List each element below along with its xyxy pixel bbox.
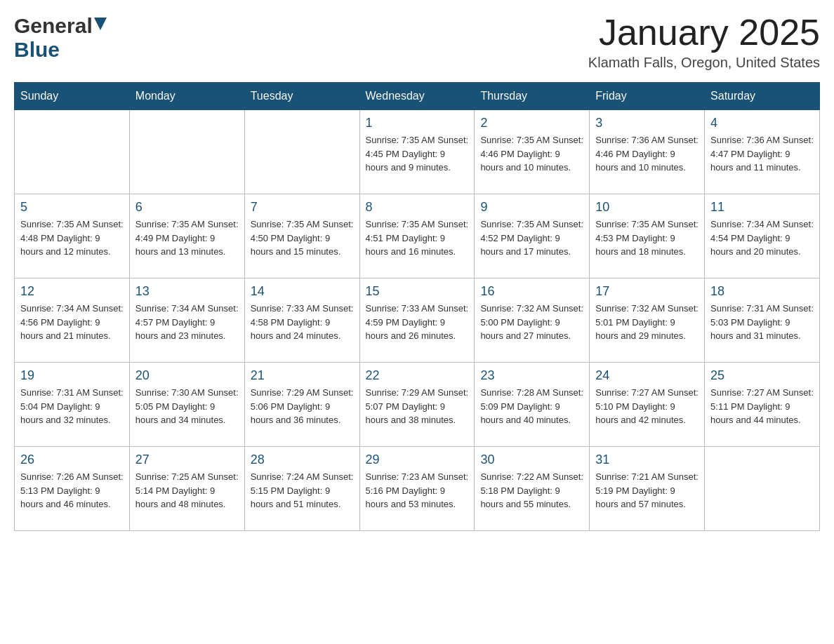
day-number: 28 — [251, 452, 354, 467]
day-info: Sunrise: 7:28 AM Sunset: 5:09 PM Dayligh… — [480, 386, 583, 427]
logo: General Blue — [14, 14, 107, 62]
day-info: Sunrise: 7:27 AM Sunset: 5:10 PM Dayligh… — [595, 386, 699, 427]
weekday-header-saturday: Saturday — [705, 83, 820, 110]
day-info: Sunrise: 7:27 AM Sunset: 5:11 PM Dayligh… — [710, 386, 814, 427]
location-subtitle: Klamath Falls, Oregon, United States — [588, 55, 820, 71]
calendar-cell: 7Sunrise: 7:35 AM Sunset: 4:50 PM Daylig… — [244, 194, 359, 279]
calendar-cell: 21Sunrise: 7:29 AM Sunset: 5:06 PM Dayli… — [244, 363, 359, 447]
calendar-cell: 13Sunrise: 7:34 AM Sunset: 4:57 PM Dayli… — [129, 279, 244, 363]
svg-marker-0 — [94, 18, 107, 30]
day-number: 26 — [20, 452, 124, 467]
day-number: 8 — [366, 200, 469, 215]
day-number: 17 — [595, 284, 699, 299]
day-number: 31 — [595, 452, 699, 467]
day-number: 29 — [366, 452, 469, 467]
calendar-cell: 28Sunrise: 7:24 AM Sunset: 5:15 PM Dayli… — [244, 447, 359, 531]
calendar-cell: 4Sunrise: 7:36 AM Sunset: 4:47 PM Daylig… — [705, 110, 820, 194]
calendar-cell: 2Sunrise: 7:35 AM Sunset: 4:46 PM Daylig… — [475, 110, 590, 194]
day-info: Sunrise: 7:24 AM Sunset: 5:15 PM Dayligh… — [251, 470, 354, 511]
day-number: 4 — [710, 116, 814, 130]
week-row-1: 5Sunrise: 7:35 AM Sunset: 4:48 PM Daylig… — [15, 194, 820, 279]
logo-general-text: General — [14, 14, 93, 38]
week-row-0: 1Sunrise: 7:35 AM Sunset: 4:45 PM Daylig… — [15, 110, 820, 194]
weekday-header-wednesday: Wednesday — [359, 83, 475, 110]
calendar-cell: 20Sunrise: 7:30 AM Sunset: 5:05 PM Dayli… — [129, 363, 244, 447]
week-row-4: 26Sunrise: 7:26 AM Sunset: 5:13 PM Dayli… — [15, 447, 820, 531]
day-info: Sunrise: 7:31 AM Sunset: 5:04 PM Dayligh… — [20, 386, 124, 427]
day-number: 14 — [251, 284, 354, 299]
day-number: 24 — [595, 368, 699, 383]
weekday-header-tuesday: Tuesday — [244, 83, 359, 110]
day-info: Sunrise: 7:35 AM Sunset: 4:50 PM Dayligh… — [251, 217, 354, 259]
calendar-cell: 24Sunrise: 7:27 AM Sunset: 5:10 PM Dayli… — [590, 363, 705, 447]
day-info: Sunrise: 7:35 AM Sunset: 4:53 PM Dayligh… — [595, 217, 699, 259]
calendar-header: SundayMondayTuesdayWednesdayThursdayFrid… — [15, 83, 820, 110]
calendar-cell: 22Sunrise: 7:29 AM Sunset: 5:07 PM Dayli… — [359, 363, 475, 447]
weekday-header-monday: Monday — [129, 83, 244, 110]
calendar-cell — [129, 110, 244, 194]
day-number: 30 — [480, 452, 583, 467]
day-number: 11 — [710, 200, 814, 215]
day-number: 22 — [366, 368, 469, 383]
calendar-cell: 18Sunrise: 7:31 AM Sunset: 5:03 PM Dayli… — [705, 279, 820, 363]
weekday-header-thursday: Thursday — [475, 83, 590, 110]
calendar-cell: 27Sunrise: 7:25 AM Sunset: 5:14 PM Dayli… — [129, 447, 244, 531]
day-info: Sunrise: 7:33 AM Sunset: 4:59 PM Dayligh… — [366, 302, 469, 343]
day-number: 1 — [366, 116, 469, 130]
calendar-cell: 19Sunrise: 7:31 AM Sunset: 5:04 PM Dayli… — [15, 363, 130, 447]
day-info: Sunrise: 7:34 AM Sunset: 4:56 PM Dayligh… — [20, 302, 124, 343]
calendar-cell — [705, 447, 820, 531]
day-number: 6 — [135, 200, 239, 215]
day-info: Sunrise: 7:26 AM Sunset: 5:13 PM Dayligh… — [20, 470, 124, 511]
calendar-cell: 12Sunrise: 7:34 AM Sunset: 4:56 PM Dayli… — [15, 279, 130, 363]
day-info: Sunrise: 7:29 AM Sunset: 5:07 PM Dayligh… — [366, 386, 469, 427]
day-info: Sunrise: 7:33 AM Sunset: 4:58 PM Dayligh… — [251, 302, 354, 343]
day-info: Sunrise: 7:35 AM Sunset: 4:49 PM Dayligh… — [135, 217, 239, 259]
calendar-cell: 29Sunrise: 7:23 AM Sunset: 5:16 PM Dayli… — [359, 447, 475, 531]
weekday-header-friday: Friday — [590, 83, 705, 110]
calendar-cell: 17Sunrise: 7:32 AM Sunset: 5:01 PM Dayli… — [590, 279, 705, 363]
day-number: 23 — [480, 368, 583, 383]
day-info: Sunrise: 7:36 AM Sunset: 4:47 PM Dayligh… — [710, 133, 814, 175]
day-info: Sunrise: 7:35 AM Sunset: 4:48 PM Dayligh… — [20, 217, 124, 259]
calendar-cell — [15, 110, 130, 194]
day-number: 21 — [251, 368, 354, 383]
calendar-cell: 1Sunrise: 7:35 AM Sunset: 4:45 PM Daylig… — [359, 110, 475, 194]
day-info: Sunrise: 7:36 AM Sunset: 4:46 PM Dayligh… — [595, 133, 699, 175]
week-row-2: 12Sunrise: 7:34 AM Sunset: 4:56 PM Dayli… — [15, 279, 820, 363]
calendar-cell: 25Sunrise: 7:27 AM Sunset: 5:11 PM Dayli… — [705, 363, 820, 447]
calendar-cell: 26Sunrise: 7:26 AM Sunset: 5:13 PM Dayli… — [15, 447, 130, 531]
day-number: 12 — [20, 284, 124, 299]
day-info: Sunrise: 7:35 AM Sunset: 4:52 PM Dayligh… — [480, 217, 583, 259]
day-number: 19 — [20, 368, 124, 383]
calendar-cell: 5Sunrise: 7:35 AM Sunset: 4:48 PM Daylig… — [15, 194, 130, 279]
day-info: Sunrise: 7:35 AM Sunset: 4:51 PM Dayligh… — [366, 217, 469, 259]
calendar-cell: 9Sunrise: 7:35 AM Sunset: 4:52 PM Daylig… — [475, 194, 590, 279]
calendar-cell: 11Sunrise: 7:34 AM Sunset: 4:54 PM Dayli… — [705, 194, 820, 279]
day-number: 3 — [595, 116, 699, 130]
day-info: Sunrise: 7:31 AM Sunset: 5:03 PM Dayligh… — [710, 302, 814, 343]
day-info: Sunrise: 7:25 AM Sunset: 5:14 PM Dayligh… — [135, 470, 239, 511]
calendar-cell: 14Sunrise: 7:33 AM Sunset: 4:58 PM Dayli… — [244, 279, 359, 363]
day-info: Sunrise: 7:32 AM Sunset: 5:01 PM Dayligh… — [595, 302, 699, 343]
day-number: 16 — [480, 284, 583, 299]
calendar-cell: 15Sunrise: 7:33 AM Sunset: 4:59 PM Dayli… — [359, 279, 475, 363]
calendar-cell — [244, 110, 359, 194]
calendar-table: SundayMondayTuesdayWednesdayThursdayFrid… — [14, 82, 820, 531]
calendar-cell: 6Sunrise: 7:35 AM Sunset: 4:49 PM Daylig… — [129, 194, 244, 279]
day-info: Sunrise: 7:22 AM Sunset: 5:18 PM Dayligh… — [480, 470, 583, 511]
day-info: Sunrise: 7:30 AM Sunset: 5:05 PM Dayligh… — [135, 386, 239, 427]
weekday-header-row: SundayMondayTuesdayWednesdayThursdayFrid… — [15, 83, 820, 110]
day-info: Sunrise: 7:23 AM Sunset: 5:16 PM Dayligh… — [366, 470, 469, 511]
title-area: January 2025 Klamath Falls, Oregon, Unit… — [588, 14, 820, 71]
day-info: Sunrise: 7:35 AM Sunset: 4:45 PM Dayligh… — [366, 133, 469, 175]
day-number: 27 — [135, 452, 239, 467]
weekday-header-sunday: Sunday — [15, 83, 130, 110]
logo-blue-text: Blue — [14, 38, 60, 62]
day-number: 5 — [20, 200, 124, 215]
calendar-cell: 8Sunrise: 7:35 AM Sunset: 4:51 PM Daylig… — [359, 194, 475, 279]
calendar-body: 1Sunrise: 7:35 AM Sunset: 4:45 PM Daylig… — [15, 110, 820, 531]
week-row-3: 19Sunrise: 7:31 AM Sunset: 5:04 PM Dayli… — [15, 363, 820, 447]
day-info: Sunrise: 7:32 AM Sunset: 5:00 PM Dayligh… — [480, 302, 583, 343]
day-number: 18 — [710, 284, 814, 299]
